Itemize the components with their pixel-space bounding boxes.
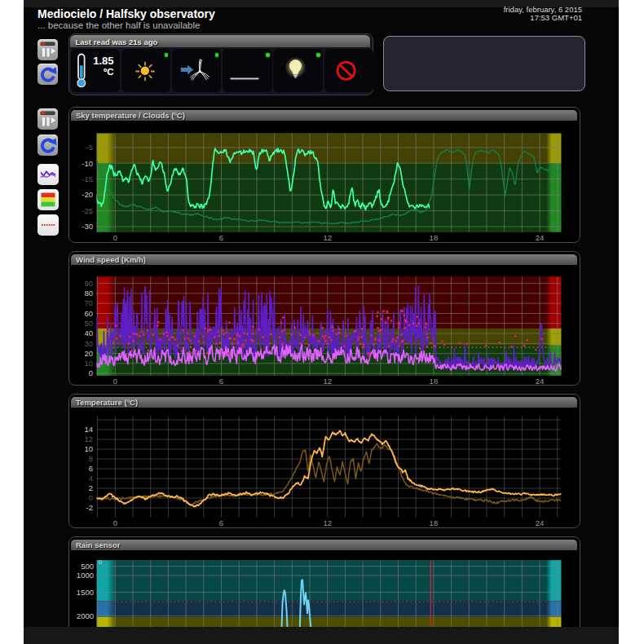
svg-text:18: 18 <box>429 377 438 386</box>
svg-text:14: 14 <box>84 425 93 434</box>
svg-text:-15: -15 <box>82 174 93 183</box>
svg-text:-30: -30 <box>82 222 93 231</box>
svg-text:60: 60 <box>84 308 93 317</box>
svg-text:10: 10 <box>84 444 93 453</box>
svg-text:24: 24 <box>535 233 544 242</box>
svg-text:6: 6 <box>88 464 92 473</box>
svg-text:6: 6 <box>218 233 223 242</box>
svg-text:12: 12 <box>323 377 332 386</box>
svg-text:0: 0 <box>112 518 117 527</box>
svg-text:0: 0 <box>112 377 117 386</box>
svg-text:0: 0 <box>88 368 92 377</box>
svg-text:-25: -25 <box>82 205 93 214</box>
svg-text:70: 70 <box>84 298 93 307</box>
svg-text:1000: 1000 <box>76 571 93 580</box>
svg-text:-5: -5 <box>86 143 92 152</box>
svg-text:40: 40 <box>84 329 93 337</box>
svg-text:30: 30 <box>84 338 93 347</box>
svg-text:2: 2 <box>88 483 92 492</box>
svg-text:12: 12 <box>84 434 93 443</box>
svg-text:6: 6 <box>218 518 223 527</box>
svg-text:-10: -10 <box>82 158 93 167</box>
svg-text:12: 12 <box>323 233 332 242</box>
svg-text:0: 0 <box>98 558 102 565</box>
svg-text:10: 10 <box>84 359 93 368</box>
svg-text:6: 6 <box>218 377 223 386</box>
svg-text:24: 24 <box>535 518 544 527</box>
svg-text:18: 18 <box>429 233 438 242</box>
svg-text:12: 12 <box>323 518 332 527</box>
svg-text:24: 24 <box>535 377 544 386</box>
svg-text:-20: -20 <box>82 190 93 199</box>
svg-text:0: 0 <box>88 493 92 502</box>
svg-text:8: 8 <box>88 454 92 463</box>
svg-text:90: 90 <box>84 278 93 287</box>
svg-text:1500: 1500 <box>76 587 93 596</box>
svg-text:0: 0 <box>112 233 117 242</box>
svg-text:-2: -2 <box>86 503 92 512</box>
svg-text:500: 500 <box>81 561 94 570</box>
svg-text:2000: 2000 <box>76 611 93 620</box>
svg-text:4: 4 <box>88 474 92 483</box>
svg-text:20: 20 <box>84 348 93 357</box>
svg-text:50: 50 <box>84 318 93 327</box>
svg-text:18: 18 <box>429 518 438 527</box>
svg-text:80: 80 <box>84 289 93 298</box>
